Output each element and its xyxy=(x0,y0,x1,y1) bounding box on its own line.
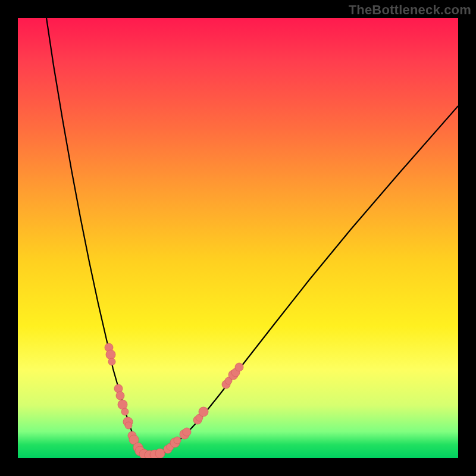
curve-marker xyxy=(183,428,191,436)
curve-marker xyxy=(118,400,127,409)
bottleneck-curve-svg xyxy=(18,18,458,458)
curve-marker xyxy=(174,437,181,444)
curve-marker xyxy=(235,363,243,371)
curve-marker xyxy=(116,392,124,400)
chart-frame: TheBottleneck.com xyxy=(0,0,476,476)
curve-markers xyxy=(105,343,243,458)
curve-marker xyxy=(199,407,208,416)
curve-marker xyxy=(108,358,115,365)
watermark-text: TheBottleneck.com xyxy=(349,2,471,18)
curve-marker xyxy=(125,422,132,429)
curve-marker xyxy=(121,408,129,415)
plot-area xyxy=(18,18,458,458)
bottleneck-curve-path xyxy=(46,18,458,455)
curve-marker xyxy=(106,350,115,359)
curve-marker xyxy=(155,449,165,458)
